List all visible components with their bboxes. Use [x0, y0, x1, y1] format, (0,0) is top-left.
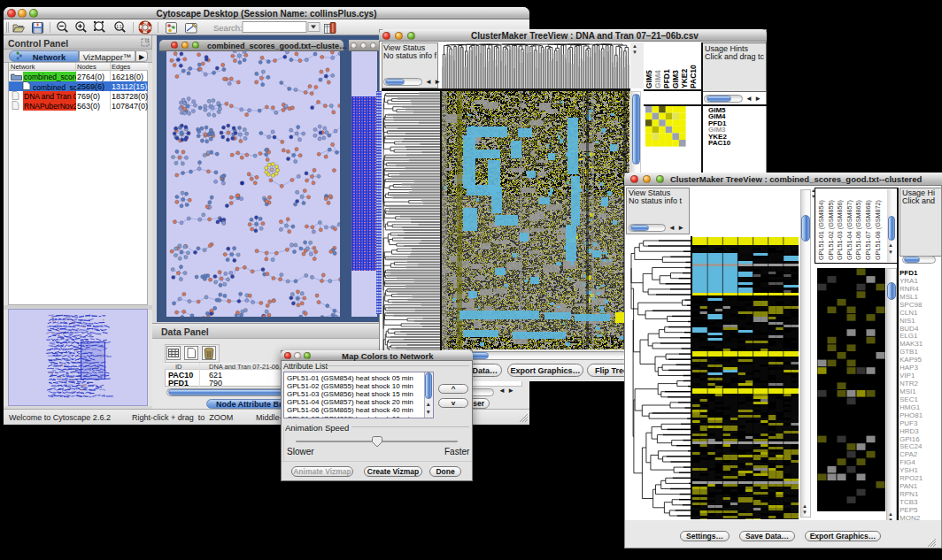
svg-text:PFD1: PFD1 [662, 69, 671, 88]
svg-text:PAC10: PAC10 [689, 65, 698, 88]
svg-text:GPL51-01 (GSM854): GPL51-01 (GSM854) [817, 200, 825, 260]
svg-text:GPL51-07 (GSM868): GPL51-07 (GSM868) [864, 200, 872, 260]
svg-text:GIM3: GIM3 [671, 70, 680, 88]
svg-text:GPL51-06 (GSM865): GPL51-06 (GSM865) [854, 200, 862, 260]
svg-text:YKE2: YKE2 [680, 69, 689, 88]
svg-text:GIM5: GIM5 [645, 70, 653, 88]
svg-text:GPL51-02 (GSM855): GPL51-02 (GSM855) [827, 200, 835, 260]
svg-text:GIM4: GIM4 [653, 70, 662, 88]
svg-text:GPL51-08 (GSM872): GPL51-08 (GSM872) [874, 200, 882, 260]
svg-text:GPL51-04 (GSM857): GPL51-04 (GSM857) [845, 200, 853, 260]
svg-text:GPL51-03 (GSM856): GPL51-03 (GSM856) [836, 200, 844, 260]
